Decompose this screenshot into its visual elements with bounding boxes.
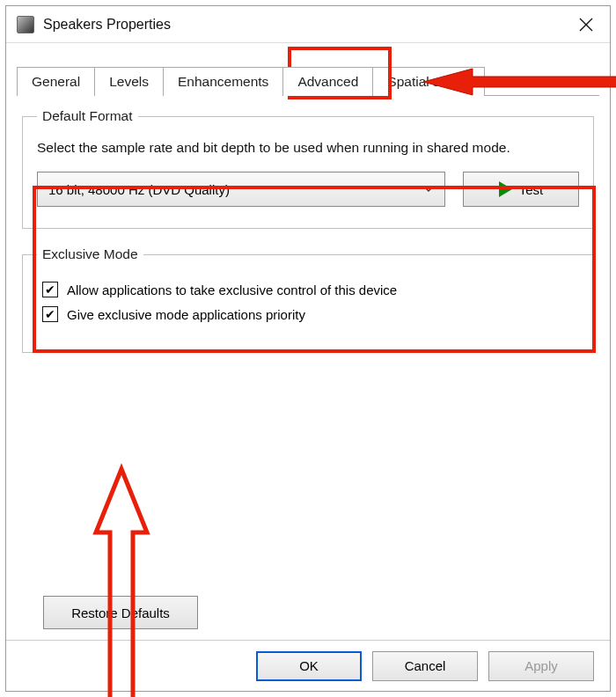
default-format-legend: Default Format <box>37 108 138 124</box>
apply-label: Apply <box>524 658 558 673</box>
ok-label: OK <box>299 658 319 673</box>
test-button[interactable]: Test <box>463 172 579 207</box>
speaker-icon <box>17 16 34 33</box>
titlebar: Speakers Properties <box>6 6 610 43</box>
chevron-down-icon <box>423 186 434 193</box>
sample-format-dropdown[interactable]: 16 bit, 48000 Hz (DVD Quality) <box>37 172 445 207</box>
restore-defaults-button[interactable]: Restore Defaults <box>43 596 198 629</box>
exclusive-mode-group: Exclusive Mode ✔ Allow applications to t… <box>22 246 594 353</box>
checkbox-exclusive-priority[interactable]: ✔ <box>42 306 58 322</box>
sample-format-value: 16 bit, 48000 Hz (DVD Quality) <box>48 182 230 197</box>
tab-content: Default Format Select the sample rate an… <box>6 96 610 640</box>
restore-defaults-label: Restore Defaults <box>71 605 170 620</box>
window-title: Speakers Properties <box>43 17 568 33</box>
speakers-properties-window: Speakers Properties General Levels Enhan… <box>5 5 611 692</box>
tab-levels[interactable]: Levels <box>94 67 164 96</box>
play-icon <box>499 181 512 197</box>
checkbox-exclusive-priority-label: Give exclusive mode applications priorit… <box>67 307 305 322</box>
exclusive-mode-legend: Exclusive Mode <box>37 246 143 262</box>
default-format-group: Default Format Select the sample rate an… <box>22 108 594 229</box>
ok-button[interactable]: OK <box>256 651 362 681</box>
close-button[interactable] <box>568 6 605 42</box>
tab-general[interactable]: General <box>17 67 95 96</box>
cancel-label: Cancel <box>405 658 446 673</box>
cancel-button[interactable]: Cancel <box>372 651 478 681</box>
default-format-description: Select the sample rate and bit depth to … <box>37 138 579 158</box>
tab-spatial-sound[interactable]: Spatial sound <box>372 67 485 96</box>
checkbox-allow-exclusive-label: Allow applications to take exclusive con… <box>67 282 397 297</box>
apply-button[interactable]: Apply <box>488 651 594 681</box>
checkbox-allow-exclusive[interactable]: ✔ <box>42 282 58 297</box>
tab-advanced[interactable]: Advanced <box>282 67 373 96</box>
tab-row: General Levels Enhancements Advanced Spa… <box>17 61 599 96</box>
dialog-footer: OK Cancel Apply <box>6 640 610 691</box>
test-button-label: Test <box>519 182 544 197</box>
tab-enhancements[interactable]: Enhancements <box>163 67 283 96</box>
